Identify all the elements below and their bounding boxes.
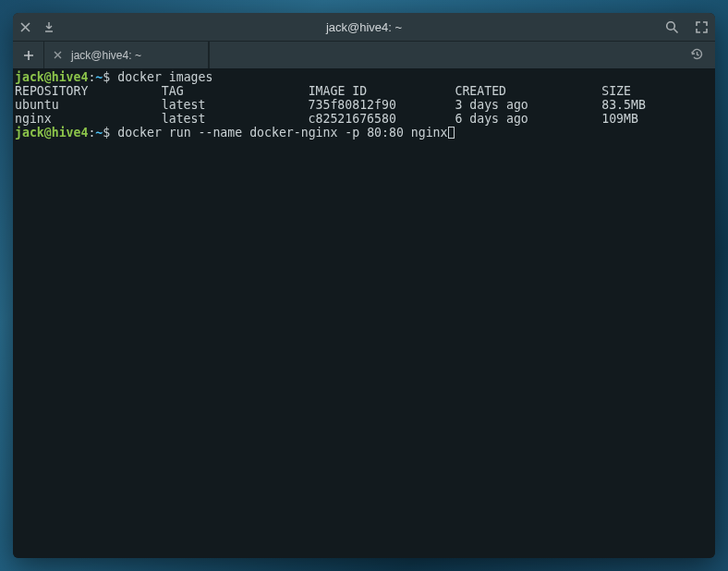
prompt-sym: $ bbox=[103, 126, 110, 140]
window-title: jack@hive4: ~ bbox=[94, 20, 634, 34]
col-repository: REPOSITORY bbox=[15, 84, 88, 98]
search-icon[interactable] bbox=[665, 20, 679, 34]
col-created: CREATED bbox=[455, 84, 506, 98]
tabbar: jack@hive4: ~ bbox=[13, 41, 715, 68]
close-window-icon[interactable] bbox=[20, 22, 30, 32]
terminal-body[interactable]: jack@hive4:~$ docker images REPOSITORY T… bbox=[13, 68, 715, 558]
history-icon[interactable] bbox=[690, 47, 704, 64]
prompt-sym: $ bbox=[103, 70, 110, 84]
terminal-cursor bbox=[448, 127, 455, 139]
svg-point-0 bbox=[667, 21, 675, 30]
prompt-userhost: jack@hive4 bbox=[15, 126, 88, 140]
table-row: nginx latest c82521676580 6 days ago 109… bbox=[15, 112, 638, 126]
table-row: ubuntu latest 735f80812f90 3 days ago 83… bbox=[15, 98, 646, 112]
tab-label: jack@hive4: ~ bbox=[71, 49, 199, 62]
col-image-id: IMAGE ID bbox=[309, 84, 368, 98]
command-1: docker images bbox=[117, 70, 212, 84]
terminal-window: jack@hive4: ~ jack@hive4: ~ jack@hiv bbox=[13, 13, 715, 558]
tab-active[interactable]: jack@hive4: ~ bbox=[44, 42, 209, 68]
minimize-window-icon[interactable] bbox=[43, 21, 55, 32]
tab-close-icon[interactable] bbox=[54, 49, 62, 62]
maximize-window-icon[interactable] bbox=[696, 21, 708, 33]
prompt-userhost: jack@hive4 bbox=[15, 70, 88, 84]
command-2: docker run --name docker-nginx -p 80:80 … bbox=[117, 126, 447, 140]
col-size: SIZE bbox=[601, 84, 631, 98]
titlebar: jack@hive4: ~ bbox=[13, 13, 715, 41]
col-tag: TAG bbox=[162, 84, 184, 98]
new-tab-button[interactable] bbox=[13, 42, 44, 68]
